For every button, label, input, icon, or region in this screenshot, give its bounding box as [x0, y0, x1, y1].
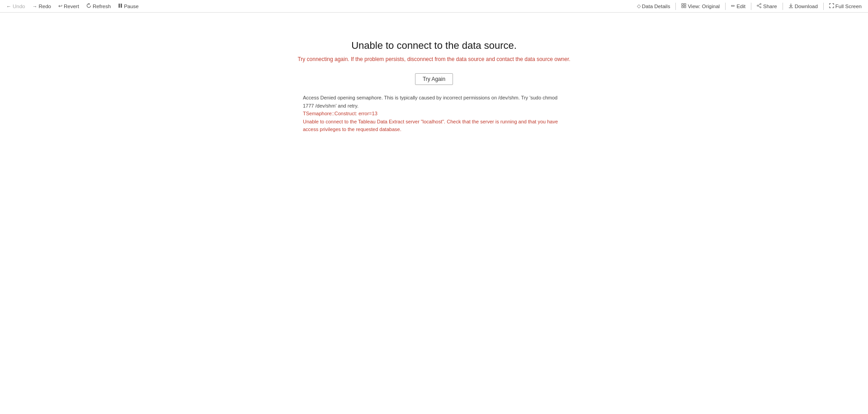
svg-rect-6 [684, 6, 686, 8]
data-details-button[interactable]: ◇ Data Details [634, 2, 673, 10]
refresh-label: Refresh [93, 4, 111, 9]
undo-icon: ← [6, 4, 11, 9]
view-original-button[interactable]: View: Original [679, 2, 722, 10]
revert-label: Revert [64, 4, 79, 9]
svg-line-11 [758, 6, 760, 7]
svg-rect-5 [682, 6, 684, 8]
edit-icon: ✏ [731, 3, 735, 9]
edit-button[interactable]: ✏ Edit [728, 2, 748, 10]
error-subtitle: Try connecting again. If the problem per… [297, 56, 570, 62]
error-title: Unable to connect to the data source. [351, 40, 517, 52]
svg-rect-4 [684, 4, 686, 5]
data-details-icon: ◇ [637, 3, 641, 9]
revert-icon: ↩ [58, 3, 62, 9]
svg-rect-1 [118, 4, 120, 8]
toolbar-divider-4 [783, 3, 783, 10]
view-original-icon [681, 3, 686, 9]
download-icon [788, 3, 793, 9]
try-again-button[interactable]: Try Again [415, 73, 453, 85]
svg-line-10 [758, 4, 760, 5]
download-label: Download [795, 4, 818, 9]
edit-label: Edit [736, 4, 745, 9]
svg-rect-2 [121, 4, 122, 8]
svg-point-9 [760, 7, 761, 8]
redo-icon: → [33, 4, 38, 9]
refresh-button[interactable]: Refresh [84, 2, 113, 10]
svg-rect-3 [682, 4, 684, 5]
toolbar-divider-3 [751, 3, 751, 10]
toolbar-divider-1 [675, 3, 676, 10]
pause-label: Pause [124, 4, 139, 9]
toolbar-right: ◇ Data Details View: Original ✏ Edit [634, 2, 864, 10]
full-screen-icon [829, 3, 834, 9]
undo-button[interactable]: ← Undo [4, 3, 28, 10]
error-line-2: TSemaphore::Construct: error=13 [303, 111, 377, 116]
undo-label: Undo [13, 4, 25, 9]
error-details: Access Denied opening semaphore. This is… [303, 94, 565, 134]
error-line-1: Access Denied opening semaphore. This is… [303, 95, 557, 108]
redo-label: Redo [39, 4, 52, 9]
download-button[interactable]: Download [786, 2, 821, 10]
redo-button[interactable]: → Redo [30, 3, 54, 10]
share-icon [757, 3, 762, 9]
full-screen-button[interactable]: Full Screen [826, 2, 864, 10]
share-label: Share [763, 4, 777, 9]
revert-button[interactable]: ↩ Revert [56, 2, 82, 10]
pause-button[interactable]: Pause [115, 2, 142, 10]
toolbar-left: ← Undo → Redo ↩ Revert Refresh [4, 2, 142, 10]
toolbar-divider-2 [725, 3, 726, 10]
pause-icon [118, 3, 123, 9]
main-content: Unable to connect to the data source. Tr… [0, 13, 868, 414]
svg-point-8 [757, 5, 758, 6]
svg-point-7 [760, 3, 761, 5]
error-line-3: Unable to connect to the Tableau Data Ex… [303, 119, 558, 132]
full-screen-label: Full Screen [835, 4, 862, 9]
refresh-icon [86, 3, 91, 9]
svg-marker-0 [89, 3, 90, 5]
data-details-label: Data Details [642, 4, 670, 9]
share-button[interactable]: Share [754, 2, 780, 10]
toolbar: ← Undo → Redo ↩ Revert Refresh [0, 0, 868, 13]
view-original-label: View: Original [688, 4, 720, 9]
toolbar-divider-5 [823, 3, 824, 10]
